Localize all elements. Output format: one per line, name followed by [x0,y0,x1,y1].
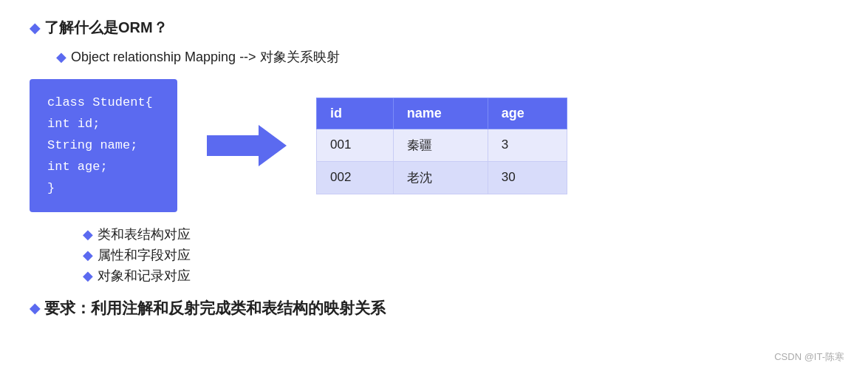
diamond-icon-sub1: ◆ [56,49,66,65]
diamond-icon-b2: ◆ [83,247,93,263]
diamond-icon-footer: ◆ [30,300,40,316]
sub-bullet-label-2: 属性和字段对应 [98,246,191,264]
sub-bullet-1: ◆ 类和表结构对应 [83,225,838,243]
table-cell-age-2: 30 [488,161,567,194]
sub-bullet-label-1: 类和表结构对应 [98,225,191,243]
orm-table: id name age 001 秦疆 3 002 老沈 30 [316,98,567,194]
sub-bullet-2: ◆ 属性和字段对应 [83,246,838,264]
footer-label: 要求：利用注解和反射完成类和表结构的映射关系 [44,298,386,319]
diamond-icon-1: ◆ [30,20,40,36]
table-header-id: id [317,98,394,129]
diamond-icon-b1: ◆ [83,226,93,242]
title-label-1: 了解什么是ORM？ [44,18,168,38]
table-cell-age-1: 3 [488,129,567,161]
table-cell-name-1: 秦疆 [393,129,488,161]
sub-bullet-3: ◆ 对象和记录对应 [83,267,838,285]
mapping-arrow [207,125,287,166]
code-line-4: int age; [47,157,160,178]
main-content-area: class Student{ int id; String name; int … [30,79,838,212]
watermark: CSDN @IT-陈寒 [774,350,844,364]
code-box: class Student{ int id; String name; int … [30,79,177,212]
code-line-5: } [47,178,160,200]
footer-title: ◆ 要求：利用注解和反射完成类和表结构的映射关系 [30,298,838,319]
table-cell-name-2: 老沈 [393,161,488,194]
arrow-head [259,125,287,166]
table-header-age: age [488,98,567,129]
table-cell-id-2: 002 [317,161,394,194]
arrow-body [207,135,259,156]
subtitle-label-1: Object relationship Mapping --> 对象关系映射 [71,48,340,66]
table-header-name: name [393,98,488,129]
sub-bullets-list: ◆ 类和表结构对应 ◆ 属性和字段对应 ◆ 对象和记录对应 [56,225,838,285]
section-title-orm: ◆ 了解什么是ORM？ [30,18,838,38]
table-row: 001 秦疆 3 [317,129,567,161]
subtitle-orm-mapping: ◆ Object relationship Mapping --> 对象关系映射 [56,48,838,66]
table-row: 002 老沈 30 [317,161,567,194]
diamond-icon-b3: ◆ [83,268,93,284]
sub-bullet-label-3: 对象和记录对应 [98,267,191,285]
table-cell-id-1: 001 [317,129,394,161]
code-line-2: int id; [47,114,160,135]
code-line-1: class Student{ [47,92,160,114]
code-line-3: String name; [47,135,160,157]
